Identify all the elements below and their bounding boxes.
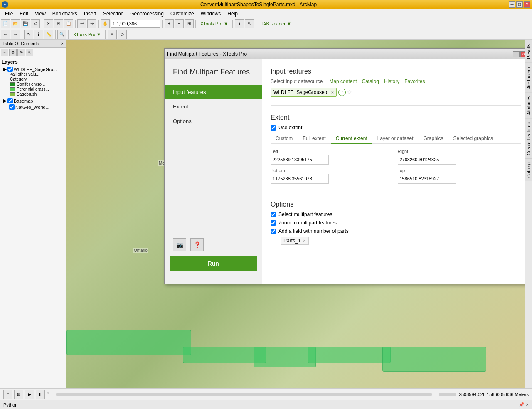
nav-back-btn[interactable]: ← bbox=[1, 30, 10, 39]
ds-tab-catalog[interactable]: Catalog bbox=[362, 79, 379, 84]
toc-close-btn[interactable]: × bbox=[61, 41, 64, 46]
open-btn[interactable]: 📂 bbox=[11, 19, 20, 28]
legend-perennial: Perennial grass... bbox=[10, 87, 64, 91]
top-input[interactable] bbox=[398, 174, 456, 184]
python-pin-btn[interactable]: 📌 bbox=[519, 402, 525, 407]
menu-customize[interactable]: Customize bbox=[167, 10, 197, 17]
menu-insert[interactable]: Insert bbox=[81, 10, 100, 17]
ext-tab-current[interactable]: Current extent bbox=[331, 134, 372, 144]
measure-tool[interactable]: 📏 bbox=[44, 30, 53, 39]
ds-tab-favorites[interactable]: Favorites bbox=[404, 79, 425, 84]
xtools-pro-btn[interactable]: XTools Pro ▼ bbox=[198, 21, 231, 26]
toc-vis-btn[interactable]: 👁 bbox=[17, 49, 25, 56]
toolbar-1: 📄 📂 💾 🖨 ✂ ⎘ 📋 ↩ ↪ ✋ + − ⊞ XTools Pro ▼ ℹ… bbox=[0, 18, 532, 29]
layer-natgeo-check[interactable] bbox=[9, 104, 15, 110]
zoom-in-btn[interactable]: + bbox=[165, 19, 174, 28]
menu-geoprocessing[interactable]: Geoprocessing bbox=[127, 10, 167, 17]
menu-windows[interactable]: Windows bbox=[197, 10, 224, 17]
dialog-close-btn[interactable]: ✕ bbox=[520, 51, 525, 57]
print-btn[interactable]: 🖨 bbox=[31, 19, 40, 28]
toc-list-btn[interactable]: ≡ bbox=[1, 49, 8, 56]
undo-btn[interactable]: ↩ bbox=[77, 19, 86, 28]
menu-selection[interactable]: Selection bbox=[100, 10, 127, 17]
status-btn-4[interactable]: ⏸ bbox=[36, 390, 45, 399]
left-input[interactable] bbox=[271, 155, 329, 165]
star-icon[interactable]: ☆ bbox=[347, 89, 352, 96]
layer-natgeo[interactable]: NatGeo_World... bbox=[2, 104, 64, 110]
redo-btn[interactable]: ↪ bbox=[87, 19, 96, 28]
restore-button[interactable]: □ bbox=[516, 1, 523, 8]
menu-view[interactable]: View bbox=[32, 10, 49, 17]
use-extent-checkbox[interactable] bbox=[271, 125, 276, 131]
legend-conifer: Conifer encro... bbox=[10, 82, 64, 86]
right-input[interactable] bbox=[398, 155, 456, 165]
save-btn[interactable]: 💾 bbox=[21, 19, 30, 28]
ds-tab-history[interactable]: History bbox=[384, 79, 399, 84]
help-btn[interactable]: ❓ bbox=[190, 238, 204, 251]
cut-btn[interactable]: ✂ bbox=[44, 19, 53, 28]
select-tool[interactable]: ↖ bbox=[24, 30, 33, 39]
info-tool[interactable]: ℹ bbox=[34, 30, 43, 39]
zoom-multipart-checkbox[interactable] bbox=[271, 220, 276, 226]
camera-btn[interactable]: 📷 bbox=[173, 238, 186, 251]
layer-basemap-check[interactable] bbox=[7, 98, 13, 103]
find-tool[interactable]: 🔍 bbox=[57, 30, 66, 39]
copy-btn[interactable]: ⎘ bbox=[54, 19, 63, 28]
ext-tab-full[interactable]: Full extent bbox=[298, 134, 330, 144]
catalog-tab[interactable]: Catalog bbox=[525, 158, 532, 181]
tabreader-btn[interactable]: TAB Reader ▼ bbox=[258, 21, 294, 26]
toc-source-btn[interactable]: ⚙ bbox=[9, 49, 17, 56]
sagebrush-swatch bbox=[10, 92, 15, 96]
menu-file[interactable]: File bbox=[2, 10, 16, 17]
new-btn[interactable]: 📄 bbox=[1, 19, 10, 28]
nav-input-features[interactable]: Input features bbox=[165, 85, 262, 99]
menu-edit[interactable]: Edit bbox=[16, 10, 32, 17]
status-btn-2[interactable]: ⊞ bbox=[14, 390, 23, 399]
status-btn-3[interactable]: ▶ bbox=[25, 390, 34, 399]
dialog-restore-btn[interactable]: □ bbox=[513, 51, 520, 57]
attributes-tab[interactable]: Attributes bbox=[525, 92, 532, 118]
select-btn[interactable]: ↖ bbox=[245, 19, 254, 28]
scroll-indicator[interactable] bbox=[439, 393, 456, 396]
xtools-pro-btn2[interactable]: XTools Pro ▼ bbox=[71, 32, 103, 37]
input-tag-close-btn[interactable]: × bbox=[331, 90, 334, 95]
menu-help[interactable]: Help bbox=[224, 10, 241, 17]
map-area[interactable]: McCall Ontario Find Multipart Features -… bbox=[66, 40, 525, 388]
nav-extent[interactable]: Extent bbox=[165, 99, 262, 114]
menu-bookmarks[interactable]: Bookmarks bbox=[49, 10, 81, 17]
edit-btn[interactable]: ✏ bbox=[108, 30, 117, 39]
status-btn-1[interactable]: ≡ bbox=[3, 390, 12, 399]
zoom-full-btn[interactable]: ⊞ bbox=[185, 19, 194, 28]
ext-tab-layer[interactable]: Layer or dataset bbox=[372, 134, 419, 144]
create-features-tab[interactable]: Create Features bbox=[525, 118, 532, 158]
veg-patch-3 bbox=[254, 347, 316, 367]
layer-wldlfe[interactable]: ▶ WLDLFE_SageGro... <all other valu... C… bbox=[2, 67, 64, 96]
identify-btn[interactable]: ℹ bbox=[235, 19, 244, 28]
python-close-btn[interactable]: × bbox=[526, 402, 529, 407]
close-button[interactable]: ✕ bbox=[524, 1, 530, 8]
ext-tab-graphics[interactable]: Graphics bbox=[418, 134, 448, 144]
info-icon[interactable]: i bbox=[338, 89, 346, 96]
layer-wldlfe-check[interactable] bbox=[7, 67, 13, 72]
ds-tab-mapcontent[interactable]: Map content bbox=[329, 79, 357, 84]
ext-tab-custom[interactable]: Custom bbox=[271, 134, 298, 144]
results-tab[interactable]: Results bbox=[525, 40, 532, 62]
nav-options[interactable]: Options bbox=[165, 114, 262, 128]
layer-basemap[interactable]: ▶ Basemap bbox=[2, 98, 64, 103]
minimize-button[interactable]: ─ bbox=[509, 1, 515, 8]
left-field: Left bbox=[271, 149, 394, 165]
ext-tab-selected[interactable]: Selected graphics bbox=[448, 134, 498, 144]
scale-input[interactable] bbox=[111, 20, 160, 28]
nav-fwd-btn[interactable]: → bbox=[11, 30, 20, 39]
arctoolbox-tab[interactable]: ArcToolbox bbox=[525, 62, 532, 92]
toc-sel-btn[interactable]: ↖ bbox=[26, 49, 33, 56]
zoom-out-btn[interactable]: − bbox=[175, 19, 184, 28]
paste-btn[interactable]: 📋 bbox=[64, 19, 73, 28]
add-field-checkbox[interactable] bbox=[271, 229, 276, 234]
run-button[interactable]: Run bbox=[170, 256, 257, 271]
parts-field-close-btn[interactable]: × bbox=[303, 238, 305, 243]
select-multipart-checkbox[interactable] bbox=[271, 212, 276, 217]
pan-btn[interactable]: ✋ bbox=[101, 19, 110, 28]
bottom-input[interactable] bbox=[271, 174, 329, 184]
vertex-btn[interactable]: ◇ bbox=[118, 30, 127, 39]
